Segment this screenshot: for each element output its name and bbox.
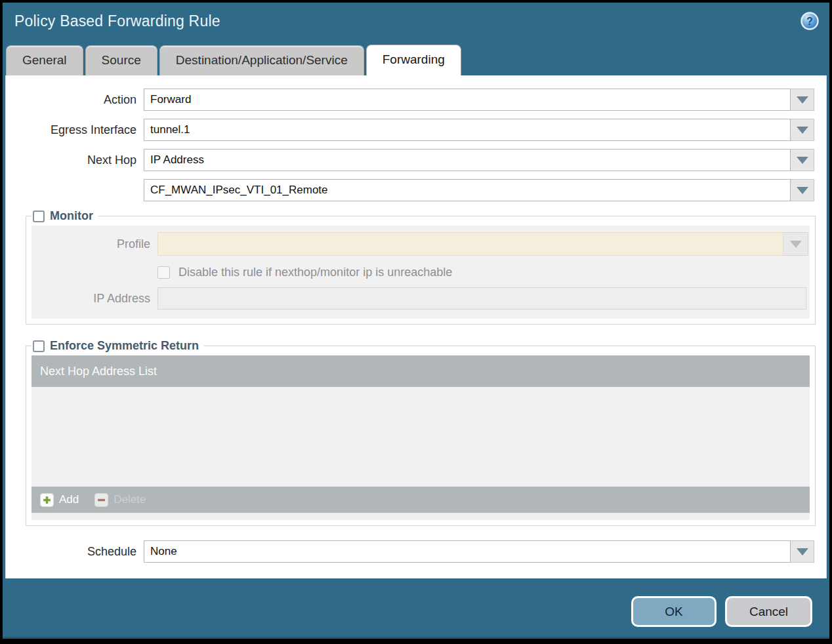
footer-bar: OK Cancel xyxy=(3,578,829,627)
tab-bar: General Source Destination/Application/S… xyxy=(3,45,829,75)
action-label: Action xyxy=(6,93,144,107)
add-button[interactable]: Add xyxy=(40,493,79,507)
egress-interface-label: Egress Interface xyxy=(6,123,144,137)
next-hop-address-list-footer: Add Delete xyxy=(31,487,810,513)
dialog-title: Policy Based Forwarding Rule xyxy=(14,12,220,30)
next-hop-address-list-body[interactable] xyxy=(31,387,810,487)
enforce-symmetric-return-legend: Enforce Symmetric Return xyxy=(31,339,204,353)
disable-rule-label: Disable this rule if nexthop/monitor ip … xyxy=(178,266,452,279)
minus-icon xyxy=(94,493,108,507)
monitor-legend: Monitor xyxy=(31,209,98,223)
egress-interface-select[interactable]: tunnel.1 xyxy=(144,119,791,141)
enforce-symmetric-return-legend-label: Enforce Symmetric Return xyxy=(50,339,199,353)
chevron-down-icon xyxy=(790,241,802,248)
monitor-ip-address-row: IP Address xyxy=(31,287,808,310)
monitor-ip-address-label: IP Address xyxy=(31,292,157,306)
schedule-label: Schedule xyxy=(6,545,144,559)
profile-dropdown-button xyxy=(783,232,808,256)
next-hop-address-select[interactable]: CF_MWAN_IPsec_VTI_01_Remote xyxy=(144,179,791,201)
tab-general[interactable]: General xyxy=(6,45,83,75)
schedule-select[interactable]: None xyxy=(144,540,791,563)
enforce-symmetric-return-checkbox[interactable] xyxy=(33,340,45,352)
add-button-label: Add xyxy=(59,493,79,506)
tab-destination-application-service[interactable]: Destination/Application/Service xyxy=(159,45,364,75)
help-icon-graphic: ? xyxy=(800,11,820,31)
chevron-down-icon xyxy=(797,548,808,555)
table-bottom-strip xyxy=(31,513,810,520)
tab-forwarding[interactable]: Forwarding xyxy=(366,45,461,75)
ok-button[interactable]: OK xyxy=(631,596,717,627)
chevron-down-icon xyxy=(797,187,808,194)
egress-interface-row: Egress Interface tunnel.1 xyxy=(6,119,814,141)
help-icon[interactable]: ? xyxy=(800,11,820,31)
next-hop-address-list-header: Next Hop Address List xyxy=(31,355,810,387)
monitor-checkbox[interactable] xyxy=(33,211,45,222)
schedule-row: Schedule None xyxy=(6,540,814,563)
svg-text:?: ? xyxy=(806,16,813,27)
profile-label: Profile xyxy=(31,237,157,251)
title-bar: Policy Based Forwarding Rule ? xyxy=(3,3,829,45)
tab-source[interactable]: Source xyxy=(85,45,157,75)
action-dropdown-button[interactable] xyxy=(791,89,814,111)
next-hop-address-row: CF_MWAN_IPsec_VTI_01_Remote xyxy=(6,179,814,201)
schedule-dropdown-button[interactable] xyxy=(791,540,814,563)
monitor-fieldset: Monitor Profile Disable this rule if nex… xyxy=(26,209,816,325)
chevron-down-icon xyxy=(797,96,808,104)
next-hop-row: Next Hop IP Address xyxy=(6,149,814,171)
cancel-button[interactable]: Cancel xyxy=(725,596,812,627)
chevron-down-icon xyxy=(797,157,808,164)
chevron-down-icon xyxy=(797,127,808,134)
profile-row: Profile xyxy=(31,232,808,256)
disable-rule-row: Disable this rule if nexthop/monitor ip … xyxy=(157,266,808,279)
delete-button: Delete xyxy=(94,493,146,507)
action-select[interactable]: Forward xyxy=(144,89,791,111)
plus-icon xyxy=(40,493,54,507)
dialog-frame: Policy Based Forwarding Rule ? General S… xyxy=(3,3,829,639)
delete-button-label: Delete xyxy=(114,493,146,506)
profile-select xyxy=(157,232,783,256)
content-panel: Action Forward Egress Interface tunnel.1… xyxy=(5,75,827,578)
enforce-symmetric-return-fieldset: Enforce Symmetric Return Next Hop Addres… xyxy=(26,339,816,526)
action-row: Action Forward xyxy=(6,89,814,111)
egress-interface-dropdown-button[interactable] xyxy=(791,119,814,141)
monitor-ip-address-input xyxy=(157,287,806,310)
next-hop-label: Next Hop xyxy=(6,153,144,167)
next-hop-address-table: Next Hop Address List Add xyxy=(31,355,810,520)
next-hop-address-dropdown-button[interactable] xyxy=(791,179,814,201)
next-hop-dropdown-button[interactable] xyxy=(791,149,814,171)
monitor-legend-label: Monitor xyxy=(50,209,93,223)
monitor-panel: Profile Disable this rule if nexthop/mon… xyxy=(31,226,810,319)
next-hop-select[interactable]: IP Address xyxy=(144,149,791,171)
disable-rule-checkbox xyxy=(157,266,170,279)
